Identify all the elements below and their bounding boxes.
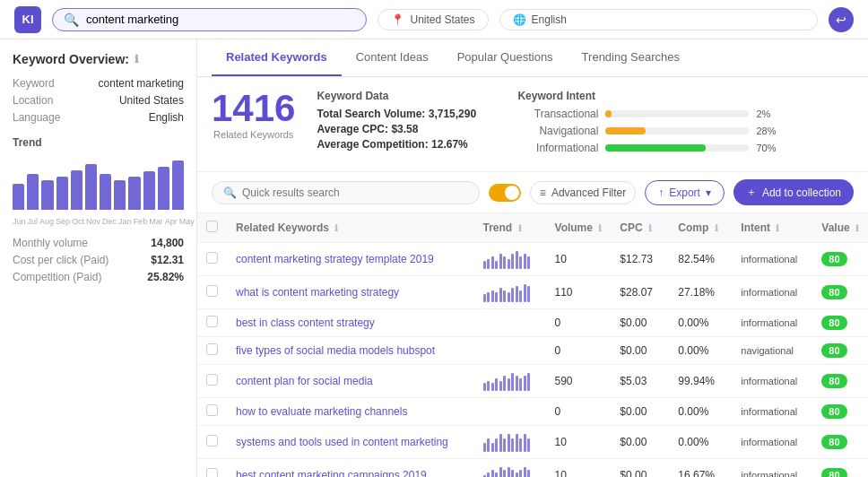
keyword-data-section: Keyword Data Total Search Volume: 3,715,… <box>317 90 496 153</box>
mini-trend-bar <box>487 292 490 302</box>
go-button[interactable]: ↩ <box>829 7 854 32</box>
mini-trend-bar <box>519 470 522 477</box>
th-info-icon-kw[interactable]: ℹ <box>334 223 338 233</box>
row-checkbox[interactable] <box>206 285 218 297</box>
total-search-volume-row: Total Search Volume: 3,715,290 <box>317 108 496 120</box>
intent-cell: informational <box>741 254 797 265</box>
comp-cell: 0.00% <box>669 309 732 337</box>
row-checkbox[interactable] <box>206 468 218 477</box>
advanced-filter-label: Advanced Filter <box>551 186 626 199</box>
mini-trend-bar <box>519 378 522 391</box>
row-checkbox[interactable] <box>206 435 218 447</box>
language-bar[interactable]: 🌐 English <box>499 9 818 30</box>
mini-trend-bar <box>495 378 498 391</box>
mini-trend-bar <box>524 467 526 477</box>
add-to-collection-button[interactable]: ＋ Add to collection <box>733 179 854 205</box>
th-info-icon-intent[interactable]: ℹ <box>776 223 779 233</box>
mini-trend-bar <box>495 473 498 477</box>
table-row: how to evaluate marketing channels0$0.00… <box>197 398 868 426</box>
th-value: Value ℹ <box>812 213 868 243</box>
value-badge: 80 <box>821 374 846 388</box>
location-value: United States <box>410 13 474 26</box>
tab-content[interactable]: Content Ideas <box>342 39 443 76</box>
mini-trend-bar <box>511 288 514 302</box>
keyword-count-number: 1416 <box>212 90 295 127</box>
row-checkbox[interactable] <box>206 343 218 355</box>
trend-bar-Oct <box>71 170 82 210</box>
trend-month-label: May <box>179 217 195 226</box>
mini-trend-bar <box>511 373 514 391</box>
export-button[interactable]: ↑ Export ▾ <box>645 180 725 205</box>
table-row: content marketing strategy template 2019… <box>197 243 868 276</box>
comp-cell: 99.94% <box>669 365 732 398</box>
trend-bar-Jul <box>27 174 39 210</box>
th-info-icon-cpc[interactable]: ℹ <box>648 223 652 233</box>
th-info-icon-trend[interactable]: ℹ <box>518 223 522 233</box>
keyword-link[interactable]: how to evaluate marketing channels <box>236 405 407 418</box>
row-checkbox[interactable] <box>206 316 218 327</box>
mini-trend-bar <box>483 443 486 452</box>
mini-trend-bar <box>503 256 506 269</box>
transactional-pct: 2% <box>756 108 783 119</box>
mini-trend-bar <box>519 438 522 452</box>
monthly-volume-value: 14,800 <box>151 237 184 249</box>
search-input[interactable] <box>86 13 355 26</box>
table-row: five types of social media models hubspo… <box>197 337 868 365</box>
th-intent: Intent ℹ <box>732 213 812 243</box>
advanced-filter-button[interactable]: ≡ Advanced Filter <box>530 181 636 204</box>
keyword-link[interactable]: five types of social media models hubspo… <box>236 344 435 357</box>
th-info-icon-val[interactable]: ℹ <box>855 223 859 233</box>
mini-trend-bar <box>508 292 510 302</box>
intent-cell: informational <box>741 406 797 417</box>
keyword-link[interactable]: content plan for social media <box>236 375 373 387</box>
th-info-icon-comp[interactable]: ℹ <box>715 223 718 233</box>
trend-cell <box>474 398 546 426</box>
sidebar-info-icon[interactable]: ℹ <box>135 53 139 65</box>
mini-trend-bar <box>487 438 490 452</box>
trend-bar-Sep <box>56 177 68 210</box>
intent-cell: informational <box>741 470 797 477</box>
header-checkbox[interactable] <box>206 221 218 232</box>
volume-cell: 10 <box>546 426 612 459</box>
language-value: English <box>532 13 567 26</box>
row-checkbox[interactable] <box>206 252 218 264</box>
th-trend: Trend ℹ <box>474 213 546 243</box>
keyword-link[interactable]: best content marketing campaigns 2019 <box>236 469 427 477</box>
keyword-link[interactable]: what is content marketing strategy <box>236 286 399 299</box>
keyword-data-title: Keyword Data <box>317 90 496 102</box>
row-checkbox[interactable] <box>206 404 218 416</box>
intent-cell: informational <box>741 287 797 298</box>
navigational-pct: 28% <box>756 126 783 136</box>
keyword-value: content marketing <box>99 77 184 90</box>
row-checkbox[interactable] <box>206 374 218 386</box>
trend-month-label: Jan <box>118 217 132 226</box>
mini-trend-bar <box>508 378 510 391</box>
trend-month-label: Feb <box>134 217 148 226</box>
keyword-link[interactable]: systems and tools used in content market… <box>236 436 448 448</box>
trend-bar-Apr <box>158 167 169 210</box>
competition-value: 25.82% <box>147 271 184 283</box>
mini-trend-bar <box>503 291 506 302</box>
competition-row: Competition (Paid) 25.82% <box>13 271 184 283</box>
location-bar[interactable]: 📍 United States <box>378 9 488 30</box>
keyword-link[interactable]: best in class content strategy <box>236 317 375 329</box>
keyword-table: Related Keywords ℹ Trend ℹ Volume ℹ CPC … <box>197 213 868 477</box>
intent-navigational: Navigational 28% <box>517 125 854 137</box>
keyword-link[interactable]: content marketing strategy template 2019 <box>236 253 434 265</box>
export-label: Export <box>669 186 700 199</box>
mini-trend-bar <box>527 438 530 452</box>
sidebar-trend-section: Trend JunJulAugSepOctNovDecJanFebMarAprM… <box>13 136 184 226</box>
th-info-icon-vol[interactable]: ℹ <box>598 223 602 233</box>
tab-related[interactable]: Related Keywords <box>212 39 342 76</box>
volume-cell: 0 <box>546 398 612 426</box>
filter-bar: 🔍 ≡ Advanced Filter ↑ Export ▾ ＋ Add to … <box>197 172 868 213</box>
monthly-volume-row: Monthly volume 14,800 <box>13 237 184 249</box>
tab-questions[interactable]: Popular Questions <box>443 39 568 76</box>
filter-icon: ≡ <box>540 186 546 199</box>
quick-search-input[interactable] <box>242 186 468 199</box>
toggle-button[interactable] <box>489 184 521 202</box>
tab-trending[interactable]: Trending Searches <box>568 39 694 76</box>
mini-trend-bar <box>483 261 486 269</box>
mini-trend-bar <box>527 286 530 302</box>
volume-cell: 10 <box>546 459 612 478</box>
